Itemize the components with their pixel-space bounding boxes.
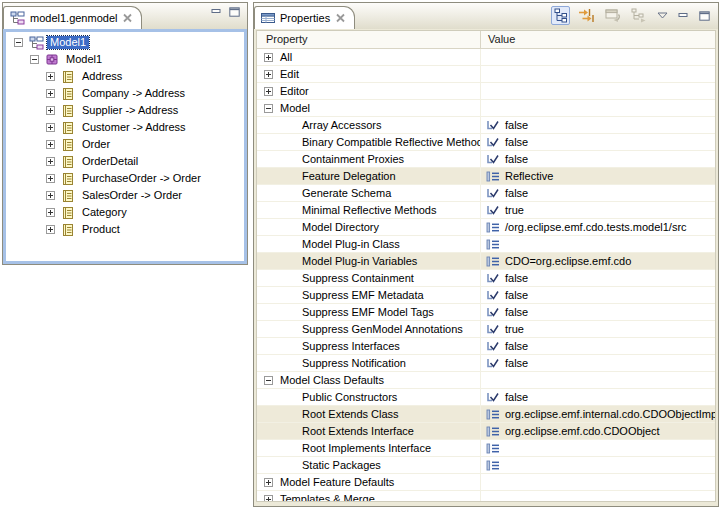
property-name-cell: Suppress Containment <box>257 270 481 286</box>
category-row-all[interactable]: All <box>257 49 715 66</box>
text-value-icon <box>486 443 500 454</box>
property-row-root-extends-interface[interactable]: Root Extends Interfaceorg.eclipse.emf.cd… <box>257 423 715 440</box>
property-value-cell[interactable]: /org.eclipse.emf.cdo.tests.model1/src <box>481 219 715 235</box>
property-value-cell[interactable]: false <box>481 270 715 286</box>
property-value-cell <box>481 474 715 490</box>
property-row-suppress-containment[interactable]: Suppress Containmentfalse <box>257 270 715 287</box>
property-value-cell[interactable]: false <box>481 134 715 150</box>
tree-item-category[interactable]: Category <box>6 204 244 221</box>
property-row-minimal-reflective-methods[interactable]: Minimal Reflective Methodstrue <box>257 202 715 219</box>
category-row-model-class-defaults[interactable]: Model Class Defaults <box>257 372 715 389</box>
property-row-feature-delegation[interactable]: Feature DelegationReflective <box>257 168 715 185</box>
category-row-editor[interactable]: Editor <box>257 83 715 100</box>
property-row-model-plug-in-class[interactable]: Model Plug-in Class <box>257 236 715 253</box>
property-row-suppress-genmodel-annotations[interactable]: Suppress GenModel Annotationstrue <box>257 321 715 338</box>
expand-toggle-icon[interactable] <box>264 87 273 96</box>
expand-toggle-icon[interactable] <box>264 478 273 487</box>
collapse-toggle-icon[interactable] <box>264 104 273 113</box>
tree-item-product[interactable]: Product <box>6 221 244 238</box>
property-value-cell[interactable]: org.eclipse.emf.internal.cdo.CDOObjectIm… <box>481 406 715 422</box>
expand-toggle-icon[interactable] <box>46 106 55 115</box>
property-value-cell[interactable]: false <box>481 117 715 133</box>
property-value-cell[interactable] <box>481 236 715 252</box>
expand-toggle-icon[interactable] <box>46 174 55 183</box>
show-categories-button[interactable] <box>551 6 570 25</box>
category-row-templates-merge[interactable]: Templates & Merge <box>257 491 715 502</box>
show-advanced-properties-button[interactable] <box>576 6 597 25</box>
tree-item-order[interactable]: Order <box>6 136 244 153</box>
tree-item-label: Address <box>79 70 125 83</box>
category-row-edit[interactable]: Edit <box>257 66 715 83</box>
property-row-root-implements-interface[interactable]: Root Implements Interface <box>257 440 715 457</box>
tree-item-model1[interactable]: Model1 <box>6 34 244 51</box>
expand-toggle-icon[interactable] <box>264 70 273 79</box>
property-value-cell[interactable]: false <box>481 389 715 405</box>
tree-item-salesorder-order[interactable]: SalesOrder -> Order <box>6 187 244 204</box>
column-header-property[interactable]: Property <box>257 31 481 48</box>
tab-properties[interactable]: Properties <box>254 6 355 29</box>
property-value-cell[interactable]: false <box>481 338 715 354</box>
expand-toggle-icon[interactable] <box>46 208 55 217</box>
expand-toggle-icon[interactable] <box>46 72 55 81</box>
property-value-cell[interactable]: true <box>481 202 715 218</box>
expand-toggle-icon[interactable] <box>46 140 55 149</box>
maximize-button[interactable] <box>697 9 712 23</box>
minimize-button[interactable] <box>676 9 691 23</box>
property-row-suppress-emf-model-tags[interactable]: Suppress EMF Model Tagsfalse <box>257 304 715 321</box>
tree-item-supplier-address[interactable]: Supplier -> Address <box>6 102 244 119</box>
tree-item-customer-address[interactable]: Customer -> Address <box>6 119 244 136</box>
property-row-public-constructors[interactable]: Public Constructorsfalse <box>257 389 715 406</box>
category-row-model[interactable]: Model <box>257 100 715 117</box>
property-row-containment-proxies[interactable]: Containment Proxiesfalse <box>257 151 715 168</box>
property-value-cell[interactable]: Reflective <box>481 168 715 184</box>
collapse-toggle-icon[interactable] <box>30 55 39 64</box>
tab-model1-genmodel[interactable]: model1.genmodel <box>3 6 142 29</box>
property-value-cell[interactable]: CDO=org.eclipse.emf.cdo <box>481 253 715 269</box>
minimize-icon[interactable] <box>211 7 222 17</box>
tree-item-model1[interactable]: Model1 <box>6 51 244 68</box>
property-value-cell[interactable]: true <box>481 321 715 337</box>
property-row-model-plug-in-variables[interactable]: Model Plug-in VariablesCDO=org.eclipse.e… <box>257 253 715 270</box>
property-value-cell[interactable] <box>481 440 715 456</box>
expand-toggle-icon[interactable] <box>46 191 55 200</box>
property-row-generate-schema[interactable]: Generate Schemafalse <box>257 185 715 202</box>
tree-item-address[interactable]: Address <box>6 68 244 85</box>
tree-item-purchaseorder-order[interactable]: PurchaseOrder -> Order <box>6 170 244 187</box>
property-row-static-packages[interactable]: Static Packages <box>257 457 715 474</box>
property-value-cell[interactable]: false <box>481 151 715 167</box>
property-label: Suppress Interfaces <box>302 340 400 352</box>
maximize-icon[interactable] <box>229 7 240 17</box>
tree-item-company-address[interactable]: Company -> Address <box>6 85 244 102</box>
view-menu-button[interactable] <box>655 10 670 21</box>
property-row-root-extends-class[interactable]: Root Extends Classorg.eclipse.emf.intern… <box>257 406 715 423</box>
property-value-text: false <box>505 340 528 352</box>
property-value-cell[interactable]: org.eclipse.emf.cdo.CDOObject <box>481 423 715 439</box>
property-value-cell[interactable]: false <box>481 304 715 320</box>
tree-item-orderdetail[interactable]: OrderDetail <box>6 153 244 170</box>
property-row-suppress-notification[interactable]: Suppress Notificationfalse <box>257 355 715 372</box>
property-row-suppress-interfaces[interactable]: Suppress Interfacesfalse <box>257 338 715 355</box>
expand-toggle-icon[interactable] <box>46 123 55 132</box>
collapse-toggle-icon[interactable] <box>14 38 23 47</box>
category-row-model-feature-defaults[interactable]: Model Feature Defaults <box>257 474 715 491</box>
property-row-binary-compatible-reflective-methods[interactable]: Binary Compatible Reflective Methodsfals… <box>257 134 715 151</box>
property-value-cell[interactable]: false <box>481 185 715 201</box>
close-icon[interactable] <box>335 13 346 23</box>
property-row-suppress-emf-metadata[interactable]: Suppress EMF Metadatafalse <box>257 287 715 304</box>
property-row-array-accessors[interactable]: Array Accessorsfalse <box>257 117 715 134</box>
tree-item-label: SalesOrder -> Order <box>79 189 185 202</box>
property-name-cell: Minimal Reflective Methods <box>257 202 481 218</box>
property-value-cell[interactable] <box>481 457 715 473</box>
property-value-cell[interactable]: false <box>481 287 715 303</box>
property-value-cell[interactable]: false <box>481 355 715 371</box>
column-header-value[interactable]: Value <box>481 31 715 48</box>
close-icon[interactable] <box>122 13 133 23</box>
expand-toggle-icon[interactable] <box>264 495 273 503</box>
expand-toggle-icon[interactable] <box>46 89 55 98</box>
property-row-model-directory[interactable]: Model Directory/org.eclipse.emf.cdo.test… <box>257 219 715 236</box>
expand-toggle-icon[interactable] <box>46 225 55 234</box>
maximize-icon <box>699 11 710 21</box>
collapse-toggle-icon[interactable] <box>264 376 273 385</box>
expand-toggle-icon[interactable] <box>46 157 55 166</box>
expand-toggle-icon[interactable] <box>264 53 273 62</box>
